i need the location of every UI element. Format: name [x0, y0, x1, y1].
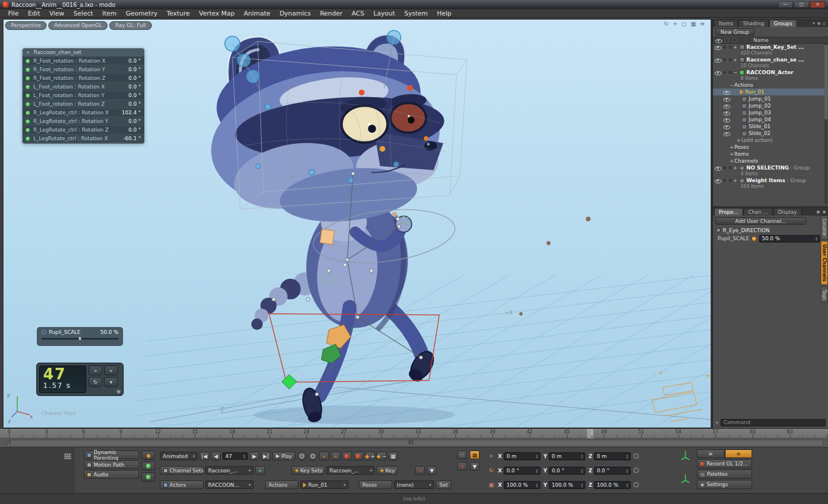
go-end-button[interactable]: ▶| — [261, 452, 271, 460]
menu-file[interactable]: File — [3, 9, 23, 18]
action-label[interactable]: Jump_01 — [749, 96, 771, 102]
pushdown-arrow-button[interactable]: ▼ — [470, 462, 480, 471]
clear-selection-button[interactable]: × — [457, 462, 467, 471]
menu-dynamics[interactable]: Dynamics — [275, 9, 315, 18]
marker-peach-square[interactable] — [320, 229, 334, 245]
channel-row[interactable]: R_Foot_rotation : Rotation X0.0 ° — [22, 56, 144, 65]
action-label[interactable]: Slide_01 — [749, 124, 770, 129]
world-axis-icon[interactable] — [680, 450, 691, 460]
menu-animate[interactable]: Animate — [239, 9, 275, 18]
tree-scrollbar[interactable] — [825, 44, 827, 205]
menu-render[interactable]: Render — [315, 9, 347, 18]
tab-items[interactable]: Items — [714, 20, 738, 27]
timeline[interactable]: 0369121518212427303336394245485154576063… — [0, 428, 828, 447]
close-button[interactable]: × — [810, 1, 825, 8]
panel-pin-icon[interactable]: ▪ — [817, 21, 820, 26]
key-sets-dropdown[interactable]: Raccoon_...▾ — [327, 466, 375, 475]
widget-gear-icon[interactable]: ◉ — [116, 388, 121, 394]
panel-pin-icon[interactable]: ▪ — [823, 209, 826, 214]
action-eye-icon[interactable] — [723, 103, 729, 109]
visibility-eye-icon[interactable] — [715, 45, 720, 50]
tree-item[interactable]: + NO SELECTING : Group — [713, 164, 828, 171]
lock-toggle-icon[interactable] — [728, 178, 733, 183]
panel-dropdown-icon[interactable]: ▾ — [812, 21, 815, 26]
loop-toggle-button[interactable] — [297, 452, 306, 461]
dope-sheet-icon[interactable] — [64, 453, 71, 459]
pupil-scale-overlay[interactable]: Pupil_SCALE 50.0 % — [37, 327, 123, 346]
section-label[interactable]: Poses — [734, 144, 749, 150]
tree-item-label[interactable]: Weight Items — [746, 178, 785, 183]
lock-toggle-icon[interactable] — [728, 45, 733, 49]
prev-frame-button[interactable]: ◀ — [211, 452, 221, 460]
record-gl-button[interactable]: Record GL 1/2... — [697, 459, 752, 468]
action-row[interactable]: Jump_03 — [713, 109, 828, 116]
poses-button[interactable]: Poses — [359, 480, 392, 489]
rot-x-field[interactable]: 0.0 °▴▾ — [504, 467, 540, 475]
scale-y-field[interactable]: 100.0 %▴▾ — [549, 481, 585, 489]
channel-section-row[interactable]: R_Eye_DIRECTION — [713, 226, 828, 234]
scrollbar-thumb[interactable] — [825, 45, 827, 120]
record-all-button[interactable] — [354, 452, 363, 460]
expand-icon[interactable]: + — [733, 57, 738, 63]
slider-handle[interactable] — [78, 336, 82, 341]
channel-value[interactable]: 0.0 ° — [128, 127, 141, 133]
tree-item[interactable]: + Raccoon_chan_se ... — [713, 56, 828, 63]
track-view-toggle[interactable]: ≡ — [725, 449, 753, 458]
scale-x-field[interactable]: 100.0 %▴▾ — [504, 481, 540, 489]
timeline-range-bar[interactable]: 0 65 — [0, 438, 828, 448]
channel-row[interactable]: R_Foot_rotation : Rotation Z0.0 ° — [22, 74, 144, 82]
action-eye-icon[interactable] — [723, 97, 729, 102]
move-icon[interactable]: + — [488, 453, 495, 459]
section-label[interactable]: Items — [734, 151, 749, 157]
expand-icon[interactable]: + — [733, 166, 738, 171]
poses-dropdown[interactable]: (none)▾ — [394, 480, 434, 489]
section-label[interactable]: Channels — [734, 158, 758, 164]
menu-view[interactable]: View — [45, 9, 69, 18]
tab-advanced-opengl[interactable]: Advanced OpenGL — [48, 21, 108, 30]
sync-toggle-button[interactable] — [308, 452, 317, 461]
pos-y-field[interactable]: 0 m▴▾ — [549, 452, 585, 460]
prev-key-button[interactable]: « — [319, 452, 329, 460]
visibility-eye-icon[interactable] — [715, 70, 720, 75]
spinner-icon[interactable]: ▴▾ — [241, 454, 245, 459]
channel-row[interactable]: L_Foot_rotation : Rotation Y0.0 ° — [22, 91, 144, 99]
action-row-selected[interactable]: Run_01 — [713, 89, 828, 95]
render-toggle-icon[interactable] — [722, 57, 727, 62]
channel-row[interactable]: L_Foot_rotation : Rotation X0.0 ° — [22, 82, 144, 91]
panel-detach-icon[interactable]: ▫ — [823, 21, 826, 26]
current-frame-field[interactable]: 47▴▾ — [223, 452, 248, 460]
lock-toggle-icon[interactable] — [728, 70, 733, 75]
channel-row[interactable]: R_LegRotate_ctrl : Rotation Z0.0 ° — [22, 125, 144, 134]
pupil-scale-slider[interactable] — [41, 338, 118, 340]
step-button[interactable]: ▾ — [104, 377, 118, 387]
go-start-button[interactable]: |◀ — [200, 452, 209, 460]
visibility-eye-icon[interactable] — [715, 166, 720, 171]
loop-button[interactable]: ↻ — [89, 377, 102, 387]
channel-value[interactable]: 0.0 ° — [128, 101, 141, 107]
actors-dropdown[interactable]: RACCOON...▾ — [205, 480, 254, 489]
tab-groups[interactable]: Groups — [769, 20, 797, 27]
spinner-icon[interactable]: ▴▾ — [813, 236, 817, 241]
tab-shading[interactable]: Shading — [738, 20, 769, 27]
tree-item[interactable]: + Raccoon_Key_Set ... — [713, 44, 828, 51]
green-toggle-button[interactable] — [141, 472, 155, 482]
channel-value[interactable]: 0.0 ° — [128, 84, 141, 90]
action-eye-icon[interactable] — [723, 90, 729, 95]
side-tab-locator[interactable]: Locator — [821, 216, 828, 240]
channel-value[interactable]: 0.0 ° — [128, 118, 141, 124]
pos-x-field[interactable]: 0 m▴▾ — [504, 452, 540, 460]
channel-state-icon[interactable] — [634, 468, 639, 473]
channel-row[interactable]: L_Foot_rotation : Rotation Z0.0 ° — [22, 99, 144, 108]
scene-locators[interactable] — [392, 212, 591, 316]
channel-state-icon[interactable] — [634, 453, 639, 459]
visibility-eye-icon[interactable] — [715, 178, 720, 183]
tree-item[interactable]: + Weight Items : Group — [713, 177, 828, 184]
green-toggle-button[interactable] — [141, 461, 155, 471]
channel-value[interactable]: 0.0 ° — [128, 67, 141, 72]
channel-row[interactable]: R_Foot_rotation : Rotation Y0.0 ° — [22, 65, 144, 74]
add-user-channel-button[interactable]: Add User Channel... — [715, 217, 806, 225]
rot-y-field[interactable]: 0.0 °▴▾ — [549, 467, 585, 475]
action-label[interactable]: Run_01 — [745, 89, 764, 95]
actions-button[interactable]: Actions — [265, 480, 298, 489]
tree-item-label[interactable]: NO SELECTING — [746, 165, 789, 171]
